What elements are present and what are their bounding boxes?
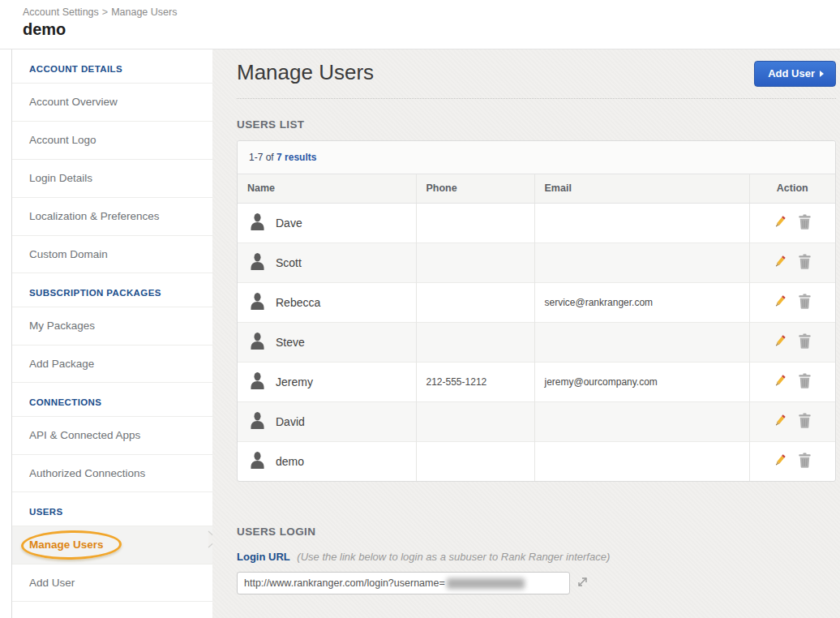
pencil-icon[interactable] <box>773 294 787 311</box>
page-title: Manage Users <box>237 59 836 85</box>
add-user-button-label: Add User <box>768 67 815 79</box>
pencil-icon[interactable] <box>773 333 787 351</box>
user-email <box>534 242 749 282</box>
manage-users-page: Account Settings>Manage Users demo ACCOU… <box>0 0 840 618</box>
pencil-icon[interactable] <box>773 214 787 232</box>
column-header-email: Email <box>534 174 749 203</box>
table-row: demo <box>238 441 835 481</box>
column-header-phone: Phone <box>416 174 534 203</box>
main-content: Manage Users Add User USERS LIST 1-7 of … <box>212 49 840 618</box>
dotted-divider <box>237 98 836 99</box>
settings-sidebar: ACCOUNT DETAILS Account Overview Account… <box>11 49 212 618</box>
user-email <box>534 441 749 481</box>
user-phone <box>416 242 534 282</box>
page-header: Account Settings>Manage Users demo <box>0 0 840 49</box>
users-list-header: USERS LIST <box>237 118 836 131</box>
user-silhouette-icon <box>249 252 266 273</box>
table-row: David <box>238 401 835 441</box>
breadcrumb: Account Settings>Manage Users <box>23 6 840 18</box>
sidebar-item-manage-users[interactable]: Manage Users <box>12 526 212 564</box>
column-header-action: Action <box>749 174 835 203</box>
table-row: Steve <box>238 322 835 362</box>
user-email <box>534 203 749 242</box>
login-url-note: (Use the link below to login as a subuse… <box>297 551 610 563</box>
pencil-icon[interactable] <box>773 453 787 470</box>
sidebar-item-account-logo[interactable]: Account Logo <box>12 121 212 159</box>
account-name-title: demo <box>23 20 840 39</box>
user-email: jeremy@ourcompany.com <box>534 362 749 401</box>
login-url-value: http://www.rankranger.com/login?username… <box>244 577 445 589</box>
table-row: Dave <box>238 203 835 242</box>
redacted-username <box>447 578 525 589</box>
user-name: David <box>276 415 305 428</box>
user-silhouette-icon <box>249 451 266 472</box>
sidebar-item-my-packages[interactable]: My Packages <box>12 307 212 345</box>
sidebar-item-account-overview[interactable]: Account Overview <box>12 83 212 121</box>
user-silhouette-icon <box>249 212 266 234</box>
user-silhouette-icon <box>249 292 266 313</box>
user-phone <box>416 401 534 441</box>
breadcrumb-account-settings[interactable]: Account Settings <box>23 6 99 18</box>
user-email <box>534 401 749 441</box>
right-arrow-icon <box>820 71 824 77</box>
sidebar-item-custom-domain[interactable]: Custom Domain <box>12 235 212 273</box>
user-phone <box>416 282 534 322</box>
user-silhouette-icon <box>249 332 266 353</box>
user-email <box>534 322 749 362</box>
sidebar-item-api-connected-apps[interactable]: API & Connected Apps <box>12 416 212 454</box>
users-table: Name Phone Email Action <box>238 174 835 481</box>
user-name: Scott <box>276 256 302 269</box>
table-row: Jeremy 212-555-1212 jeremy@ourcompany.co… <box>238 362 835 401</box>
trash-icon[interactable] <box>798 254 812 272</box>
sidebar-section-subscription-packages: SUBSCRIPTION PACKAGES <box>12 273 212 307</box>
user-email: service@rankranger.com <box>534 282 749 322</box>
users-login-header: USERS LOGIN <box>237 526 836 538</box>
pencil-icon[interactable] <box>773 413 787 431</box>
breadcrumb-separator: > <box>102 6 108 18</box>
pencil-icon[interactable] <box>773 254 787 272</box>
sidebar-item-authorized-connections[interactable]: Authorized Connections <box>12 454 212 492</box>
users-list-box: 1-7 of 7 results Name Phone Email Action <box>237 140 836 482</box>
user-name: Rebecca <box>276 296 320 309</box>
user-silhouette-icon <box>249 371 266 393</box>
user-name: Dave <box>276 217 302 230</box>
add-user-button[interactable]: Add User <box>754 61 836 87</box>
results-bar: 1-7 of 7 results <box>238 141 835 174</box>
left-margin-strip <box>0 49 11 618</box>
table-row: Rebecca service@rankranger.com <box>238 282 835 322</box>
table-row: Scott <box>238 242 835 282</box>
user-name: Steve <box>276 336 305 349</box>
results-count: 7 results <box>276 152 316 163</box>
breadcrumb-current: Manage Users <box>111 6 177 18</box>
user-name: Jeremy <box>276 376 313 388</box>
results-range: 1-7 of <box>249 152 274 163</box>
sidebar-section-users: USERS <box>12 492 212 526</box>
trash-icon[interactable] <box>798 294 812 311</box>
user-phone <box>416 322 534 362</box>
trash-icon[interactable] <box>798 373 812 391</box>
sidebar-item-localization-preferences[interactable]: Localization & Preferences <box>12 197 212 235</box>
pencil-icon[interactable] <box>773 373 787 391</box>
sidebar-section-connections: CONNECTIONS <box>12 383 212 416</box>
sidebar-section-account-details: ACCOUNT DETAILS <box>12 49 212 83</box>
sidebar-item-add-package[interactable]: Add Package <box>12 345 212 383</box>
user-phone <box>416 203 534 242</box>
login-url-input[interactable]: http://www.rankranger.com/login?username… <box>237 572 570 594</box>
user-phone <box>416 441 534 481</box>
login-url-row: Login URL (Use the link below to login a… <box>237 551 836 563</box>
table-header-row: Name Phone Email Action <box>238 174 835 203</box>
login-url-label: Login URL <box>237 551 290 563</box>
trash-icon[interactable] <box>798 333 812 351</box>
column-header-name: Name <box>238 174 416 203</box>
sidebar-item-add-user[interactable]: Add User <box>12 564 212 602</box>
user-phone: 212-555-1212 <box>416 362 534 401</box>
external-link-icon[interactable] <box>577 576 589 590</box>
user-name: demo <box>276 455 304 468</box>
user-silhouette-icon <box>249 411 266 432</box>
sidebar-item-manage-users-label: Manage Users <box>29 539 104 551</box>
trash-icon[interactable] <box>798 413 812 431</box>
trash-icon[interactable] <box>798 453 812 470</box>
sidebar-item-login-details[interactable]: Login Details <box>12 159 212 197</box>
trash-icon[interactable] <box>798 214 812 232</box>
